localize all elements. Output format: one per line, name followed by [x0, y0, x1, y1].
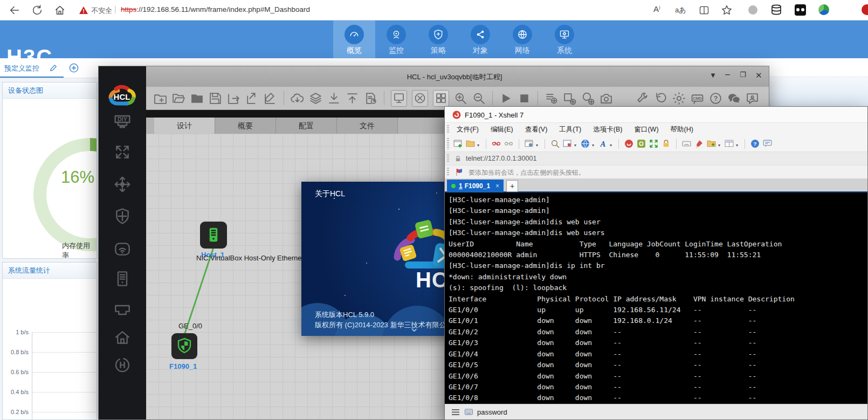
reset-icon[interactable]	[654, 92, 667, 105]
zoom-in-icon[interactable]	[454, 92, 467, 105]
menu-edit[interactable]: 编辑(E)	[491, 125, 513, 134]
diy-icon[interactable]: DIY	[114, 114, 131, 131]
open-project-icon[interactable]	[172, 92, 185, 105]
nav-monitor[interactable]: 监控	[375, 20, 417, 58]
pin-menu-icon[interactable]: ▼	[709, 71, 717, 79]
wireless-icon[interactable]	[114, 240, 131, 258]
folder-icon[interactable]	[190, 92, 204, 105]
start-icon[interactable]	[499, 92, 513, 105]
menu-view[interactable]: 查看(V)	[525, 125, 548, 134]
tampermonkey-icon[interactable]	[795, 4, 806, 16]
device-router-button[interactable]	[412, 90, 428, 107]
settings-icon[interactable]	[672, 92, 686, 105]
nav-network[interactable]: 网络	[501, 20, 543, 58]
extension-circle-icon[interactable]	[748, 5, 757, 15]
zoom-out-icon[interactable]	[472, 92, 486, 105]
save-icon[interactable]	[209, 92, 222, 105]
add-link-icon[interactable]	[581, 92, 595, 105]
layout-icon[interactable]	[563, 139, 572, 148]
xshell-logo-icon[interactable]	[624, 139, 633, 148]
maximize-icon[interactable]: ❐	[740, 71, 746, 79]
nav-policy[interactable]: 策略	[417, 20, 459, 58]
caret-down-icon[interactable]: ▾	[536, 143, 538, 148]
flag-icon[interactable]	[456, 168, 463, 176]
tab-summary[interactable]: 概要	[215, 118, 276, 134]
menu-file[interactable]: 文件(F)	[457, 125, 479, 134]
caret-down-icon[interactable]: ▾	[477, 143, 479, 148]
hcl-logo[interactable]: HCL	[104, 81, 141, 107]
refresh-icon[interactable]	[31, 4, 43, 16]
nav-objects[interactable]: 对象	[459, 20, 501, 58]
session-properties-icon[interactable]	[525, 139, 534, 148]
tab-files[interactable]: 文件	[337, 118, 398, 134]
snapshot-icon[interactable]	[600, 92, 613, 105]
security-label[interactable]: 不安全	[91, 6, 112, 16]
xshell-terminal[interactable]: [H3C-luser-manage-admin] [H3C-luser-mana…	[445, 192, 867, 404]
help-icon[interactable]: ?	[709, 92, 722, 105]
caret-down-icon[interactable]: ▾	[736, 143, 738, 148]
download-icon[interactable]	[327, 92, 341, 105]
tab-design[interactable]: 设计	[154, 118, 215, 134]
task-list-icon[interactable]	[364, 92, 377, 105]
address-field[interactable]: telnet://127.0.0.1:30001	[466, 155, 536, 162]
shield-icon[interactable]	[114, 208, 131, 225]
drag-grip[interactable]	[447, 138, 449, 149]
new-folder-icon[interactable]	[707, 139, 716, 148]
new-session-icon[interactable]	[453, 139, 463, 148]
pane-grid-icon[interactable]	[725, 139, 734, 148]
caret-down-icon[interactable]: ▾	[610, 143, 612, 148]
layers-icon[interactable]	[309, 92, 322, 105]
favorite-star-icon[interactable]	[721, 4, 733, 16]
xshell-titlebar[interactable]: F1090_1 - Xshell 7	[445, 107, 867, 123]
hcl-titlebar[interactable]: HCL - hcl_uv3oqvbb[临时工程] ▼ – ❐ ✕	[99, 66, 769, 87]
lock-icon[interactable]	[662, 139, 671, 148]
font-icon[interactable]: A	[598, 139, 608, 148]
split-screen-icon[interactable]	[699, 5, 709, 16]
firewall-label[interactable]: F1090_1	[169, 362, 197, 370]
import-icon[interactable]	[245, 92, 259, 105]
caret-down-icon[interactable]: ▾	[574, 143, 576, 148]
nav-overview[interactable]: 概览	[333, 20, 375, 58]
menu-help[interactable]: 帮助(H)	[671, 125, 693, 134]
back-icon[interactable]	[9, 4, 20, 16]
tab-config[interactable]: 配置	[276, 118, 337, 134]
menu-tools[interactable]: 工具(T)	[559, 125, 581, 134]
caret-down-icon[interactable]: ▾	[592, 143, 594, 148]
translate-icon[interactable]: aあ	[675, 5, 686, 15]
find-icon[interactable]	[550, 139, 560, 148]
menu-window[interactable]: 窗口(W)	[634, 125, 658, 134]
adblock-icon[interactable]	[862, 4, 868, 15]
drag-grip[interactable]	[447, 125, 449, 134]
keyboard-icon[interactable]	[682, 139, 691, 148]
feedback-bubble-icon[interactable]	[763, 139, 772, 148]
tools-icon[interactable]	[636, 92, 649, 105]
xftp-logo-icon[interactable]	[637, 139, 646, 148]
port-icon[interactable]	[114, 301, 131, 319]
h3c-halo-icon[interactable]: H	[114, 356, 131, 374]
help-icon[interactable]: ?	[750, 139, 760, 148]
device-image-button[interactable]	[391, 90, 407, 107]
hamburger-icon[interactable]	[451, 409, 460, 416]
drag-grip[interactable]	[447, 168, 449, 176]
idm-icon[interactable]	[818, 4, 829, 15]
encoding-globe-icon[interactable]	[581, 139, 590, 148]
server-icon[interactable]	[114, 270, 131, 287]
home-icon[interactable]	[114, 329, 131, 346]
expand-arrows-icon[interactable]	[114, 143, 131, 161]
open-session-icon[interactable]	[466, 139, 475, 148]
close-icon[interactable]: ✕	[755, 71, 762, 80]
wechat-icon[interactable]	[727, 92, 741, 105]
move-icon[interactable]	[114, 176, 131, 193]
database-extension-icon[interactable]	[771, 4, 782, 16]
drag-grip[interactable]	[447, 154, 449, 163]
stop-icon[interactable]	[518, 92, 531, 105]
warning-icon[interactable]	[79, 6, 88, 14]
firewall-node[interactable]	[171, 333, 197, 359]
add-frame-icon[interactable]	[563, 92, 576, 105]
read-aloud-icon[interactable]: A)	[653, 4, 660, 13]
new-project-icon[interactable]	[154, 92, 167, 105]
home-icon[interactable]	[54, 4, 66, 16]
feedback-icon[interactable]	[746, 92, 759, 105]
add-note-icon[interactable]	[545, 92, 558, 105]
address-bar[interactable]: https://192.168.56.11/wnm/frame/index.ph…	[121, 5, 310, 13]
